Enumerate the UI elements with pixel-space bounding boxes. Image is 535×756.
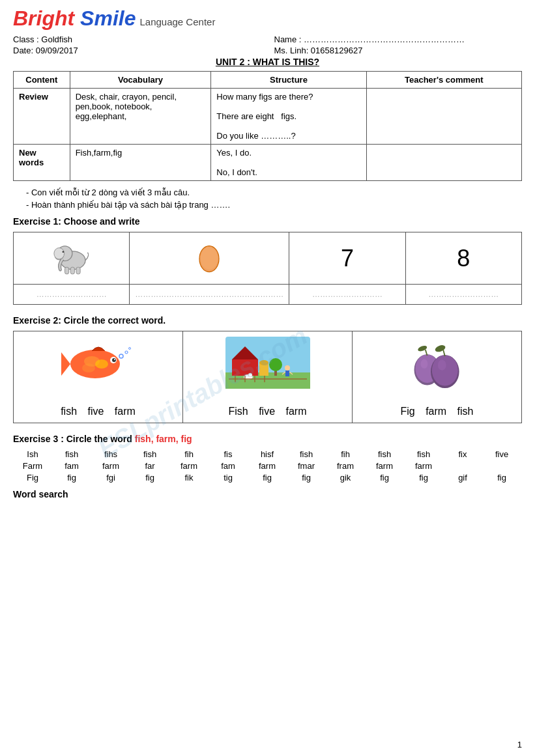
exercise3-grid: Ish fish fihs fish fih fis hisf fish fih… <box>13 449 522 483</box>
structure-line1: How many figs are there? <box>216 92 360 102</box>
svg-point-30 <box>248 373 252 377</box>
ex3-word: fig <box>404 473 443 483</box>
ex3-word: fig <box>365 473 404 483</box>
ex3-word: hisf <box>248 449 287 459</box>
svg-rect-5 <box>65 267 68 274</box>
ex3-word: tig <box>209 473 248 483</box>
elephant-icon <box>49 238 94 277</box>
main-table: Content Vocabulary Structure Teacher's c… <box>13 71 522 181</box>
ex3-word: fik <box>169 473 209 483</box>
ex3-word: Fig <box>13 473 52 483</box>
ex3-word: fix <box>443 449 482 459</box>
word-search-title: Word search <box>13 489 522 499</box>
ex3-word: fish <box>404 449 443 459</box>
ex3-word: fihs <box>91 449 130 459</box>
teacher-label: Ms. Linh: 01658129627 <box>261 46 523 55</box>
farm-image <box>225 337 310 389</box>
fig-image <box>405 337 470 389</box>
th-content: Content <box>14 72 70 89</box>
ex2-fish-words: fish five farm <box>57 406 139 417</box>
exercise3-title: Exercise 3 : Circle the word fish, farm,… <box>13 434 522 444</box>
ex2-cell-fish: fish five farm <box>14 331 183 423</box>
ex3-row-farm: Farm fam farm far farm fam farm fmar fra… <box>13 461 522 471</box>
word-farm3: farm <box>426 406 446 417</box>
ex1-dots-4[interactable]: ……………………… <box>405 285 521 305</box>
ex3-word: fram <box>326 461 365 471</box>
ex3-word: farm <box>365 461 404 471</box>
ex3-word: fig <box>130 473 169 483</box>
unit-title: UNIT 2 : WHAT IS THIS? <box>13 57 522 67</box>
svg-point-17 <box>114 359 115 360</box>
structure-line2: There are eight figs. <box>216 111 360 121</box>
egg-icon <box>193 240 225 275</box>
ex3-word: fmar <box>287 461 326 471</box>
ex2-cell-farm: Fish five farm <box>183 331 353 423</box>
instructions: Con viết mỗi từ 2 dòng và viết 3 mẫu câu… <box>26 188 522 210</box>
svg-rect-32 <box>285 371 289 376</box>
structure-line3: Do you like ………..? <box>216 131 360 141</box>
ex3-word: fish <box>365 449 404 459</box>
exercise2-box: fish five farm <box>13 331 522 423</box>
ex3-word: farm <box>169 461 209 471</box>
word-fish3: fish <box>457 406 474 417</box>
ex3-word: fig <box>482 473 521 483</box>
review-structure: How many figs are there? There are eight… <box>211 89 366 145</box>
meta-row-1: Class : Goldfish Name : …………………………………………… <box>13 35 522 44</box>
ex1-cell-egg <box>130 232 289 285</box>
ex3-word: five <box>482 449 521 459</box>
ex3-word: farm <box>91 461 130 471</box>
instruction-2: Hoàn thành phiếu bài tập và sách bài tập… <box>26 200 522 210</box>
logo-subtitle: Language Center <box>139 16 215 27</box>
newwords-structure: Yes, I do. No, I don't. <box>211 145 366 181</box>
structure-yes: Yes, I do. <box>216 148 360 158</box>
number-7: 7 <box>341 245 354 272</box>
ex3-word: Ish <box>13 449 52 459</box>
th-comment: Teacher's comment <box>366 72 521 89</box>
ex3-word: fgi <box>91 473 130 483</box>
svg-point-3 <box>54 248 65 260</box>
date-label: Date: 09/09/2017 <box>13 46 261 55</box>
header: Bright Smile Language Center <box>13 7 522 31</box>
ex3-word: fig <box>287 473 326 483</box>
table-row-review: Review Desk, chair, crayon, pencil, pen,… <box>14 89 522 145</box>
ex3-word: fih <box>326 449 365 459</box>
ex3-word: fish <box>130 449 169 459</box>
word-five2: five <box>259 406 275 417</box>
class-label: Class : Goldfish <box>13 35 261 44</box>
svg-point-42 <box>420 359 427 369</box>
ex1-dots-3[interactable]: ……………………… <box>289 285 405 305</box>
ex1-cell-7: 7 <box>289 232 405 285</box>
review-label: Review <box>14 89 70 145</box>
ex3-word: gik <box>326 473 365 483</box>
svg-marker-14 <box>61 352 70 376</box>
exercise1-title: Exercise 1: Choose and write <box>13 216 522 227</box>
newwords-vocab: Fish,farm,fig <box>70 145 211 181</box>
svg-point-16 <box>112 358 116 362</box>
svg-point-12 <box>95 359 108 369</box>
structure-no: No, I don't. <box>216 167 360 177</box>
name-label: Name : ………………………………………………… <box>261 35 523 44</box>
ex3-row-fig: Fig fig fgi fig fik tig fig fig gik fig … <box>13 473 522 483</box>
svg-point-20 <box>128 348 130 350</box>
svg-rect-7 <box>76 267 80 274</box>
ex3-word: fam <box>209 461 248 471</box>
svg-rect-6 <box>70 267 74 274</box>
ex2-farm-words: Fish five farm <box>224 406 310 417</box>
number-8: 8 <box>457 245 470 272</box>
svg-point-26 <box>259 360 268 365</box>
svg-point-47 <box>437 359 446 370</box>
logo: Bright Smile <box>13 7 136 31</box>
exercise3-prefix: Exercise 3 : Circle the word <box>13 434 135 444</box>
ex3-word: fish <box>287 449 326 459</box>
ex3-word: fih <box>169 449 209 459</box>
ex1-image-row: 7 8 <box>14 232 522 285</box>
ex1-dots-2[interactable]: ………………………………………………… <box>130 285 289 305</box>
instruction-1: Con viết mỗi từ 2 dòng và viết 3 mẫu câu… <box>26 188 522 197</box>
table-row-newwords: Newwords Fish,farm,fig Yes, I do. No, I … <box>14 145 522 181</box>
svg-point-4 <box>62 251 64 253</box>
ex1-dots-1[interactable]: ……………………… <box>14 285 130 305</box>
ex3-word: fis <box>209 449 248 459</box>
newwords-label: Newwords <box>14 145 70 181</box>
ex3-word: fig <box>248 473 287 483</box>
word-five1: five <box>88 406 104 417</box>
